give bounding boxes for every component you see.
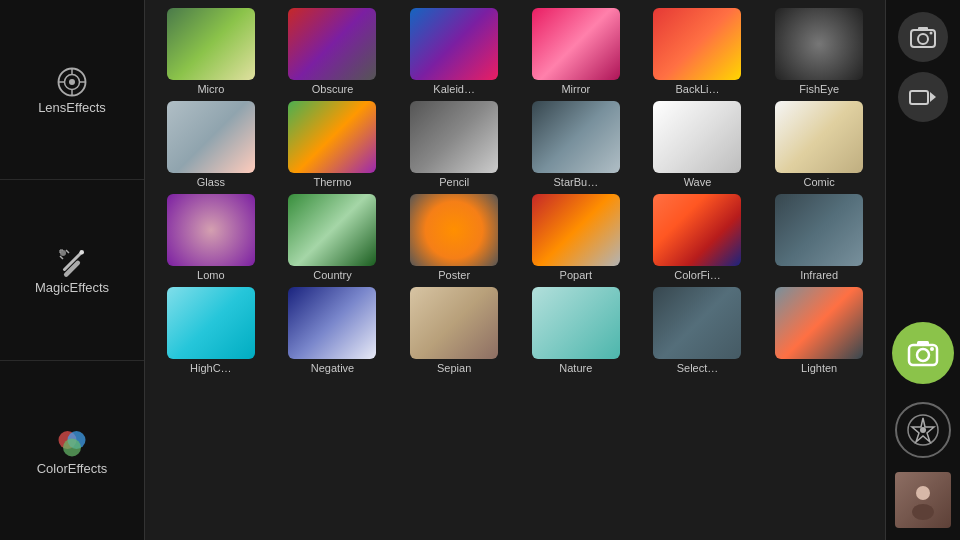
effect-label-mirror: Mirror [561,83,590,95]
main-capture-button[interactable] [892,322,954,384]
svg-point-2 [69,79,75,85]
magic-filter-button[interactable] [895,402,951,458]
svg-point-32 [912,504,934,520]
effect-nature[interactable]: Nature [518,287,634,374]
effect-fisheye[interactable]: FishEye [761,8,877,95]
sidebar-label-color: ColorEffects [37,461,108,476]
sidebar: LensEffects MagicEffects ColorEffects [0,0,145,540]
effect-thumb-mirror [532,8,620,80]
effect-thumb-fisheye [775,8,863,80]
effect-thumb-starbu [532,101,620,173]
effect-poster[interactable]: Poster [396,194,512,281]
svg-point-21 [930,32,933,35]
effects-grid-container: Micro Obscure Kaleid… Mirror BackLi… Fis… [145,0,885,540]
effect-colorfi[interactable]: ColorFi… [640,194,756,281]
effect-thumb-micro [167,8,255,80]
svg-rect-22 [910,91,928,104]
sidebar-item-color-effects[interactable]: ColorEffects [0,361,144,540]
color-effects-icon [54,425,90,461]
svg-point-25 [917,349,929,361]
effect-label-colorfi: ColorFi… [674,269,720,281]
effect-thumb-comic [775,101,863,173]
right-panel [885,0,960,540]
camera-capture-button[interactable] [898,12,948,62]
effect-thermo[interactable]: Thermo [275,101,391,188]
effect-thumb-lighten [775,287,863,359]
effect-label-infrared: Infrared [800,269,838,281]
effect-pencil[interactable]: Pencil [396,101,512,188]
effect-label-starbu: StarBu… [554,176,599,188]
svg-point-17 [63,438,81,456]
effect-select[interactable]: Select… [640,287,756,374]
video-button[interactable] [898,72,948,122]
effect-glass[interactable]: Glass [153,101,269,188]
effect-thumb-glass [167,101,255,173]
effect-country[interactable]: Country [275,194,391,281]
effect-infrared[interactable]: Infrared [761,194,877,281]
lens-effects-icon [54,64,90,100]
effect-thumb-poster [410,194,498,266]
effect-label-nature: Nature [559,362,592,374]
effect-thumb-country [288,194,376,266]
effect-thumb-thermo [288,101,376,173]
effect-label-comic: Comic [804,176,835,188]
effect-thumb-pencil [410,101,498,173]
svg-point-19 [918,34,928,44]
effect-thumb-obscure [288,8,376,80]
photo-thumbnail-preview[interactable] [895,472,951,528]
effect-thumb-lomo [167,194,255,266]
effect-starbu[interactable]: StarBu… [518,101,634,188]
video-icon [908,82,938,112]
effect-backli[interactable]: BackLi… [640,8,756,95]
effect-label-select: Select… [677,362,719,374]
sidebar-label-lens: LensEffects [38,100,106,115]
effect-label-negative: Negative [311,362,354,374]
effect-label-backli: BackLi… [675,83,719,95]
effect-mirror[interactable]: Mirror [518,8,634,95]
effect-kaleid[interactable]: Kaleid… [396,8,512,95]
effects-grid: Micro Obscure Kaleid… Mirror BackLi… Fis… [153,8,877,374]
effect-label-popart: Popart [560,269,592,281]
effect-label-glass: Glass [197,176,225,188]
effect-thumb-nature [532,287,620,359]
effect-highc[interactable]: HighC… [153,287,269,374]
effect-label-country: Country [313,269,352,281]
camera-icon [908,22,938,52]
effect-thumb-colorfi [653,194,741,266]
effect-label-wave: Wave [684,176,712,188]
svg-rect-26 [917,341,929,346]
sidebar-item-lens-effects[interactable]: LensEffects [0,0,144,180]
effect-wave[interactable]: Wave [640,101,756,188]
effect-label-kaleid: Kaleid… [433,83,475,95]
effect-thumb-negative [288,287,376,359]
effect-thumb-sepian [410,287,498,359]
effect-thumb-backli [653,8,741,80]
magic-effects-icon [54,244,90,280]
svg-point-30 [920,427,926,433]
svg-rect-20 [918,27,928,31]
effect-lighten[interactable]: Lighten [761,287,877,374]
effect-label-obscure: Obscure [312,83,354,95]
effect-label-sepian: Sepian [437,362,471,374]
effect-thumb-popart [532,194,620,266]
preview-person-icon [903,480,943,520]
svg-point-8 [60,250,66,256]
sidebar-item-magic-effects[interactable]: MagicEffects [0,180,144,360]
effect-label-thermo: Thermo [314,176,352,188]
svg-point-31 [916,486,930,500]
effect-popart[interactable]: Popart [518,194,634,281]
effect-lomo[interactable]: Lomo [153,194,269,281]
effect-micro[interactable]: Micro [153,8,269,95]
effect-thumb-wave [653,101,741,173]
effect-label-pencil: Pencil [439,176,469,188]
effect-obscure[interactable]: Obscure [275,8,391,95]
effect-label-poster: Poster [438,269,470,281]
svg-line-9 [66,250,69,253]
effect-comic[interactable]: Comic [761,101,877,188]
effect-negative[interactable]: Negative [275,287,391,374]
effect-sepian[interactable]: Sepian [396,287,512,374]
svg-point-27 [930,347,934,351]
effect-thumb-infrared [775,194,863,266]
effect-label-lomo: Lomo [197,269,225,281]
effect-label-highc: HighC… [190,362,232,374]
